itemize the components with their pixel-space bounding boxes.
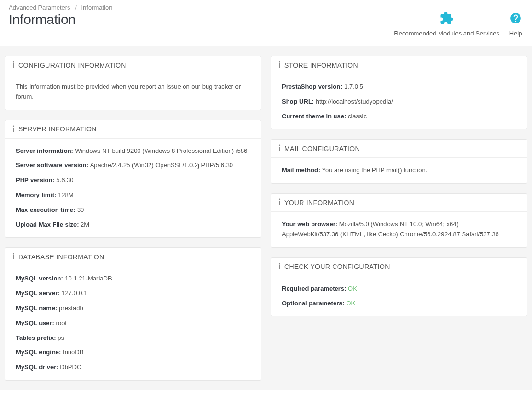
info-row: Shop URL: http://localhost/studyopedia/ — [282, 97, 516, 107]
info-value: 10.1.21-MariaDB — [65, 275, 112, 282]
config-info-text: This information must be provided when y… — [16, 82, 250, 102]
panel-body: Your web browser: Mozilla/5.0 (Windows N… — [271, 212, 527, 247]
info-row: MySQL user: root — [16, 318, 250, 328]
info-value: 128M — [58, 191, 74, 198]
svg-rect-1 — [13, 63, 14, 68]
panel-heading: CHECK YOUR CONFIGURATION — [271, 258, 527, 276]
check-configuration-panel: CHECK YOUR CONFIGURATION Required parame… — [271, 257, 527, 317]
info-icon — [12, 253, 15, 261]
content-area: CONFIGURATION INFORMATION This informati… — [0, 46, 532, 390]
server-information-panel: SERVER INFORMATION Server information: W… — [5, 120, 261, 238]
breadcrumb-separator: / — [75, 4, 77, 11]
info-row: Mail method: You are using the PHP mail(… — [282, 165, 516, 175]
panel-body: This information must be provided when y… — [5, 74, 261, 110]
info-value: 30 — [77, 206, 84, 213]
panel-title: SERVER INFORMATION — [18, 125, 97, 133]
header-left: Advanced Parameters / Information Inform… — [9, 4, 394, 27]
recommended-modules-button[interactable]: Recommended Modules and Services — [394, 11, 499, 37]
info-icon — [278, 61, 281, 69]
svg-point-4 — [13, 253, 14, 255]
info-label: Tables prefix: — [16, 334, 56, 341]
info-value: OK — [346, 300, 355, 307]
info-row: Max execution time: 30 — [16, 205, 250, 215]
info-row: PrestaShop version: 1.7.0.5 — [282, 82, 516, 92]
mail-configuration-panel: MAIL CONFIGURATION Mail method: You are … — [271, 139, 527, 184]
info-label: Max execution time: — [16, 206, 75, 213]
info-value: DbPDO — [60, 363, 81, 371]
breadcrumb-parent[interactable]: Advanced Parameters — [9, 4, 70, 11]
page-header: Advanced Parameters / Information Inform… — [0, 0, 532, 46]
panel-body: Mail method: You are using the PHP mail(… — [271, 158, 527, 183]
info-icon — [12, 125, 15, 133]
info-value: 127.0.0.1 — [61, 290, 87, 297]
info-label: Server software version: — [16, 162, 89, 169]
panel-heading: CONFIGURATION INFORMATION — [5, 56, 261, 74]
info-row: Memory limit: 128M — [16, 190, 250, 200]
info-row: Optional parameters: OK — [282, 299, 516, 309]
info-label: Required parameters: — [282, 285, 346, 292]
info-value: 2M — [81, 221, 89, 228]
info-row: Required parameters: OK — [282, 284, 516, 294]
puzzle-icon — [439, 11, 454, 26]
info-label: Optional parameters: — [282, 300, 345, 307]
info-value: prestadb — [59, 304, 83, 312]
panel-title: MAIL CONFIGURATION — [284, 145, 360, 152]
svg-point-0 — [13, 61, 14, 62]
svg-point-10 — [279, 199, 280, 200]
panel-title: CONFIGURATION INFORMATION — [18, 61, 126, 69]
info-value: root — [56, 319, 67, 326]
panel-heading: YOUR INFORMATION — [271, 194, 527, 212]
help-button[interactable]: Help — [508, 11, 523, 37]
info-row: MySQL driver: DbPDO — [16, 362, 250, 373]
svg-rect-9 — [279, 147, 280, 151]
your-information-panel: YOUR INFORMATION Your web browser: Mozil… — [271, 193, 527, 248]
info-value: ps_ — [58, 334, 68, 341]
panel-title: CHECK YOUR CONFIGURATION — [284, 263, 390, 270]
info-icon — [12, 61, 15, 69]
info-row: MySQL version: 10.1.21-MariaDB — [16, 274, 250, 284]
info-row: MySQL engine: InnoDB — [16, 348, 250, 358]
panel-heading: MAIL CONFIGURATION — [271, 140, 527, 158]
info-icon — [278, 144, 281, 152]
svg-rect-13 — [279, 265, 280, 269]
database-information-panel: DATABASE INFORMATION MySQL version: 10.1… — [5, 247, 261, 381]
svg-point-6 — [279, 61, 280, 62]
info-value: Windows NT build 9200 (Windows 8 Profess… — [75, 147, 248, 154]
info-label: MySQL engine: — [16, 349, 61, 356]
header-actions: Recommended Modules and Services Help — [394, 4, 523, 37]
info-icon — [278, 198, 281, 207]
svg-rect-11 — [279, 201, 280, 205]
help-label: Help — [509, 30, 522, 37]
info-label: Current theme in use: — [282, 113, 346, 120]
panel-heading: DATABASE INFORMATION — [5, 248, 261, 266]
right-column: STORE INFORMATION PrestaShop version: 1.… — [271, 56, 527, 316]
info-row: Tables prefix: ps_ — [16, 333, 250, 343]
info-row: Your web browser: Mozilla/5.0 (Windows N… — [282, 220, 516, 240]
info-value: 1.7.0.5 — [344, 83, 363, 90]
info-label: MySQL user: — [16, 319, 54, 326]
info-label: MySQL server: — [16, 290, 60, 297]
svg-point-8 — [279, 145, 280, 146]
info-label: Mail method: — [282, 166, 320, 174]
info-value: http://localhost/studyopedia/ — [316, 98, 393, 105]
store-information-panel: STORE INFORMATION PrestaShop version: 1.… — [271, 56, 527, 129]
svg-point-2 — [13, 125, 14, 127]
info-label: MySQL name: — [16, 304, 57, 312]
panel-title: YOUR INFORMATION — [284, 199, 354, 207]
svg-rect-7 — [279, 63, 280, 68]
info-value: You are using the PHP mail() function. — [322, 166, 428, 174]
info-icon — [278, 263, 281, 271]
info-label: Your web browser: — [282, 221, 337, 228]
configuration-information-panel: CONFIGURATION INFORMATION This informati… — [5, 56, 261, 110]
panel-body: Server information: Windows NT build 920… — [5, 139, 261, 238]
info-row: PHP version: 5.6.30 — [16, 175, 250, 186]
help-icon — [508, 11, 523, 26]
info-row: MySQL server: 127.0.0.1 — [16, 289, 250, 299]
info-value: Apache/2.4.25 (Win32) OpenSSL/1.0.2j PHP… — [90, 162, 233, 169]
info-row: MySQL name: prestadb — [16, 303, 250, 314]
panel-body: PrestaShop version: 1.7.0.5Shop URL: htt… — [271, 74, 527, 129]
svg-point-12 — [279, 263, 280, 264]
info-label: MySQL driver: — [16, 363, 58, 371]
info-label: MySQL version: — [16, 275, 63, 282]
info-row: Upload Max File size: 2M — [16, 220, 250, 230]
